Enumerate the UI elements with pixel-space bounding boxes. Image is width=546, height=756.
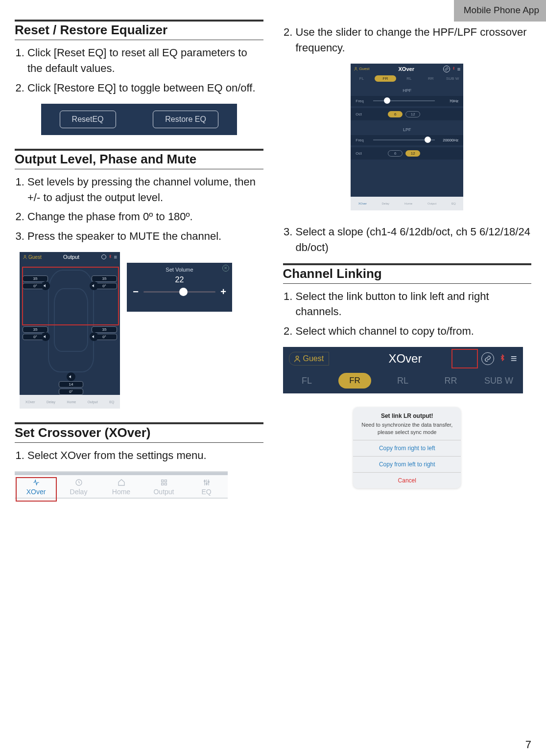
bluetooth-icon[interactable]: [499, 353, 506, 365]
tab-rl[interactable]: RL: [398, 75, 420, 82]
volume-popup-title: Set Volume: [166, 267, 193, 273]
nav-item[interactable]: EQ: [451, 202, 456, 205]
xover-channel-tabs: FL FR RL RR SUB W: [351, 74, 463, 83]
svg-rect-4: [161, 483, 163, 485]
menu-icon[interactable]: ≡: [114, 254, 117, 260]
section-title-xover: Set Crossover (XOver): [15, 425, 263, 443]
header-section-tab: Mobile Phone App: [454, 0, 546, 22]
clock-icon: [57, 478, 100, 487]
channel-volume-fr[interactable]: 35: [92, 275, 117, 282]
lpf-oct-12[interactable]: 12: [405, 150, 420, 157]
user-icon: [354, 67, 358, 71]
slider-thumb[interactable]: [384, 97, 390, 104]
guest-label: Guest: [359, 67, 369, 71]
list-item: Press the speaker to MUTE the channel.: [27, 229, 263, 244]
nav-item[interactable]: Home: [67, 400, 76, 404]
nav-tab-delay[interactable]: Delay: [57, 475, 100, 498]
nav-item[interactable]: Delay: [382, 202, 389, 205]
list-item: Select which channel to copy to/from.: [296, 323, 532, 339]
list-item: Use the slider to change the HPF/LPF cro…: [296, 24, 532, 56]
reset-eq-button[interactable]: ResetEQ: [60, 111, 116, 128]
nav-item[interactable]: XOver: [358, 202, 367, 205]
close-icon[interactable]: ✕: [222, 265, 229, 272]
volume-minus-button[interactable]: −: [132, 286, 140, 298]
volume-slider[interactable]: [143, 291, 215, 293]
nav-item[interactable]: XOver: [25, 400, 35, 404]
tab-fr[interactable]: FR: [375, 75, 396, 82]
nav-tab-xover[interactable]: XOver: [15, 475, 57, 498]
nav-tab-eq[interactable]: EQ: [185, 475, 228, 498]
channel-linking-steps: Select the link button to link left and …: [283, 289, 532, 340]
freq-label: Freq: [356, 138, 370, 142]
tab-subw[interactable]: SUB W: [475, 376, 523, 386]
channel-volume-sub[interactable]: 14: [59, 381, 83, 388]
tab-rr[interactable]: RR: [420, 75, 441, 82]
channel-phase-sub[interactable]: 0°: [59, 389, 83, 395]
menu-icon[interactable]: ≡: [511, 352, 517, 365]
user-icon: Guest: [23, 254, 42, 260]
copy-right-to-left-button[interactable]: Copy from right to left: [353, 440, 461, 456]
channel-volume-rr[interactable]: 35: [92, 326, 117, 333]
lpf-freq-value: 20000Hz: [438, 138, 458, 142]
reset-eq-steps: Click [Reset EQ] to reset all EQ paramet…: [15, 45, 263, 96]
nav-tab-output[interactable]: Output: [142, 475, 185, 498]
xover-steps: Select XOver from the settings menu.: [15, 448, 263, 463]
link-button[interactable]: [481, 352, 494, 365]
nav-item[interactable]: Output: [427, 202, 436, 205]
cancel-button[interactable]: Cancel: [353, 472, 461, 488]
list-item: Select the link button to link left and …: [296, 289, 532, 320]
left-column: Reset / Restore Equalizer Click [Reset E…: [15, 20, 263, 512]
bluetooth-icon[interactable]: [108, 254, 112, 260]
lpf-oct-row: Oct 6 12: [351, 147, 463, 160]
hpf-oct-6[interactable]: 6: [388, 111, 403, 117]
hpf-freq-value: 70Hz: [438, 99, 458, 103]
tab-fl[interactable]: FL: [283, 376, 331, 386]
svg-rect-3: [165, 480, 166, 482]
tab-fr[interactable]: FR: [331, 373, 379, 389]
volume-value: 22: [175, 275, 184, 284]
nav-item[interactable]: Delay: [47, 400, 55, 404]
link-icon[interactable]: [443, 66, 450, 72]
list-item: Change the phase from 0º to 180º.: [27, 209, 263, 225]
hpf-freq-row: Freq 70Hz: [351, 96, 463, 106]
lpf-freq-slider[interactable]: [373, 139, 435, 140]
lpf-oct-6[interactable]: 6: [388, 150, 403, 157]
volume-plus-button[interactable]: +: [219, 286, 227, 298]
list-item: Click [Reset EQ] to reset all EQ paramet…: [27, 45, 263, 76]
guest-label: Guest: [303, 354, 324, 363]
oct-label: Oct: [356, 112, 370, 116]
grid-icon: [142, 478, 185, 487]
bluetooth-icon[interactable]: [452, 66, 455, 71]
hpf-oct-12[interactable]: 12: [405, 111, 420, 117]
link-icon[interactable]: [101, 254, 106, 259]
page-number: 7: [525, 738, 531, 751]
speaker-mute-sub[interactable]: [67, 372, 75, 381]
guest-label: Guest: [28, 254, 42, 260]
nav-tab-home[interactable]: Home: [100, 475, 142, 498]
tab-fl[interactable]: FL: [351, 75, 372, 82]
home-icon: [100, 478, 142, 487]
oct-label: Oct: [356, 151, 370, 156]
list-item: Click [Restore EQ] to toggle between EQ …: [27, 80, 263, 96]
user-badge[interactable]: Guest: [289, 352, 330, 366]
tab-rr[interactable]: RR: [427, 376, 475, 386]
freq-label: Freq: [356, 99, 370, 103]
nav-item[interactable]: Output: [88, 400, 98, 404]
nav-item[interactable]: Home: [404, 202, 412, 205]
copy-left-to-right-button[interactable]: Copy from left to right: [353, 456, 461, 472]
screenshot-output-screen: Guest Output ≡: [20, 252, 120, 409]
pulse-icon: [15, 478, 57, 487]
section-title-channel-linking: Channel Linking: [283, 266, 532, 284]
svg-rect-5: [165, 483, 166, 485]
restore-eq-button[interactable]: Restore EQ: [153, 111, 218, 128]
svg-point-0: [24, 255, 25, 257]
tab-subw[interactable]: SUB W: [442, 75, 463, 82]
svg-point-9: [355, 68, 356, 69]
hpf-freq-slider[interactable]: [373, 100, 435, 101]
slider-thumb[interactable]: [179, 288, 188, 296]
menu-icon[interactable]: ≡: [457, 66, 460, 72]
tab-rl[interactable]: RL: [379, 376, 427, 386]
slider-thumb[interactable]: [425, 137, 431, 143]
nav-item[interactable]: EQ: [109, 400, 114, 404]
screenshot-set-volume: ✕ Set Volume 22 − +: [127, 263, 232, 312]
